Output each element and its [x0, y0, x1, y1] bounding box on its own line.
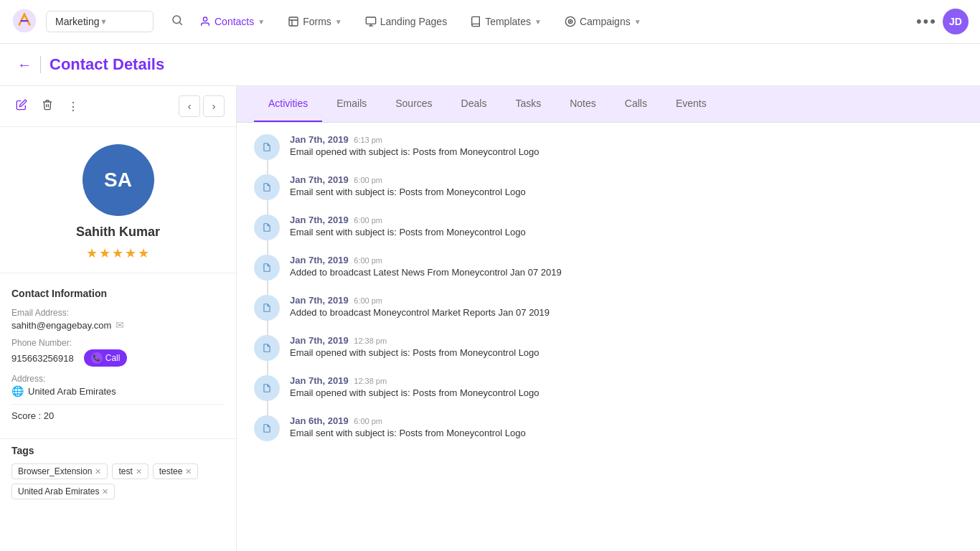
tag-label: test: [118, 466, 132, 476]
tab-emails[interactable]: Emails: [322, 86, 381, 122]
nav-forms[interactable]: Forms ▼: [278, 10, 352, 33]
activity-content: Jan 7th, 2019 6:00 pm Added to broadcast…: [290, 295, 963, 318]
tag-item: test✕: [112, 463, 148, 479]
activity-time: 6:00 pm: [354, 216, 382, 225]
activity-time: 12:38 pm: [354, 336, 387, 345]
delete-button[interactable]: [37, 95, 57, 118]
tab-activities[interactable]: Activities: [254, 86, 322, 122]
tag-item: testee✕: [153, 463, 199, 479]
app-selector-chevron: ▼: [100, 17, 144, 26]
tab-notes[interactable]: Notes: [555, 86, 611, 122]
phone-row: Phone Number: 915663256918 📞 Call: [11, 338, 225, 367]
tag-label: testee: [159, 466, 183, 476]
activities-panel: Jan 7th, 2019 6:13 pm Email opened with …: [237, 123, 980, 551]
more-options-button[interactable]: ⋮: [63, 95, 84, 118]
timeline-item: Jan 7th, 2019 6:00 pm Added to broadcast…: [254, 295, 963, 321]
activity-text: Added to broadcast Moneycontrol Market R…: [290, 307, 963, 318]
activity-text: Email sent with subject is: Posts from M…: [290, 428, 963, 438]
tags-section: Tags Browser_Extension✕test✕testee✕Unite…: [0, 438, 236, 511]
tab-events[interactable]: Events: [661, 86, 721, 122]
activity-text: Added to broadcast Latest News From Mone…: [290, 267, 963, 278]
tag-item: Browser_Extension✕: [11, 463, 108, 479]
activity-time: 6:13 pm: [354, 136, 382, 144]
activity-text: Email opened with subject is: Posts from…: [290, 387, 963, 398]
activity-icon: [254, 255, 280, 281]
tab-sources[interactable]: Sources: [381, 86, 446, 122]
right-panel: ActivitiesEmailsSourcesDealsTasksNotesCa…: [237, 86, 980, 551]
tag-label: United Arab Emirates: [18, 486, 99, 496]
activity-content: Jan 7th, 2019 12:38 pm Email opened with…: [290, 375, 963, 398]
phone-value: 915663256918 📞 Call: [11, 349, 225, 367]
svg-point-2: [203, 17, 207, 21]
info-section-title: Contact Information: [11, 288, 225, 299]
activity-date: Jan 7th, 2019 6:00 pm: [290, 174, 963, 185]
search-button[interactable]: [165, 8, 189, 36]
header-divider: [40, 56, 41, 73]
phone-icon: 📞: [91, 352, 103, 364]
tab-calls[interactable]: Calls: [611, 86, 661, 122]
next-contact-button[interactable]: ›: [203, 95, 225, 117]
nav-campaigns-label: Campaigns: [580, 16, 631, 27]
activity-time: 12:38 pm: [354, 377, 387, 385]
logo: [11, 8, 46, 36]
edit-button[interactable]: [11, 95, 32, 118]
nav-contacts[interactable]: Contacts ▼: [189, 10, 275, 33]
nav-templates-label: Templates: [485, 16, 531, 27]
activity-time: 6:00 pm: [354, 176, 382, 184]
score-row: Score : 20: [11, 404, 225, 427]
nav-campaigns[interactable]: Campaigns ▼: [555, 10, 651, 33]
activity-icon: [254, 295, 280, 321]
tags-list: Browser_Extension✕test✕testee✕United Ara…: [11, 463, 225, 499]
top-navigation: Marketing ▼ Contacts ▼ Forms ▼ Landing P…: [0, 0, 980, 44]
user-avatar[interactable]: JD: [943, 9, 969, 34]
country-text: United Arab Emirates: [28, 386, 116, 397]
globe-icon: 🌐: [11, 385, 24, 397]
address-row: Address: 🌐 United Arab Emirates: [11, 374, 225, 397]
contact-info: Contact Information Email Address: sahit…: [0, 273, 236, 438]
prev-contact-button[interactable]: ‹: [179, 95, 200, 117]
contact-avatar: SA: [83, 144, 154, 216]
tabs-bar: ActivitiesEmailsSourcesDealsTasksNotesCa…: [237, 86, 980, 123]
activity-text: Email sent with subject is: Posts from M…: [290, 227, 963, 237]
call-button[interactable]: 📞 Call: [84, 349, 128, 367]
email-icon: ✉: [116, 319, 124, 331]
activity-text: Email opened with subject is: Posts from…: [290, 347, 963, 358]
app-selector[interactable]: Marketing ▼: [46, 11, 154, 32]
nav-templates[interactable]: Templates ▼: [460, 10, 552, 33]
activity-time: 6:00 pm: [354, 256, 382, 265]
activity-text: Email sent with subject is: Posts from M…: [290, 187, 963, 197]
timeline: Jan 7th, 2019 6:13 pm Email opened with …: [254, 134, 963, 441]
tag-remove-button[interactable]: ✕: [136, 467, 142, 476]
nav-forms-label: Forms: [303, 16, 331, 27]
activity-date: Jan 7th, 2019 12:38 pm: [290, 375, 963, 386]
nav-templates-chevron: ▼: [534, 18, 542, 26]
nav-landing-pages[interactable]: Landing Pages: [355, 10, 457, 33]
call-label: Call: [105, 353, 121, 363]
activity-text: Email opened with subject is: Posts from…: [290, 146, 963, 157]
tag-label: Browser_Extension: [18, 466, 92, 476]
contact-stars: ★★★★★: [86, 245, 151, 261]
nav-campaigns-chevron: ▼: [634, 18, 641, 26]
email-value: sahith@engagebay.com ✉: [11, 319, 225, 331]
tag-remove-button[interactable]: ✕: [102, 487, 108, 496]
svg-rect-4: [366, 17, 375, 24]
main-content: ⋮ ‹ › SA Sahith Kumar ★★★★★ Contact Info…: [0, 86, 980, 551]
activity-date: Jan 7th, 2019 6:00 pm: [290, 215, 963, 225]
tag-remove-button[interactable]: ✕: [185, 467, 192, 476]
contact-name: Sahith Kumar: [76, 225, 160, 240]
activity-icon: [254, 215, 280, 240]
nav-more-button[interactable]: •••: [910, 6, 943, 37]
timeline-item: Jan 6th, 2019 6:00 pm Email sent with su…: [254, 415, 963, 441]
tag-remove-button[interactable]: ✕: [95, 467, 101, 476]
back-button[interactable]: ←: [17, 57, 32, 73]
phone-label: Phone Number:: [11, 338, 225, 348]
tag-item: United Arab Emirates✕: [11, 484, 115, 499]
timeline-item: Jan 7th, 2019 6:00 pm Email sent with su…: [254, 174, 963, 200]
activity-content: Jan 7th, 2019 6:00 pm Added to broadcast…: [290, 255, 963, 278]
tab-tasks[interactable]: Tasks: [501, 86, 555, 122]
page-header: ← Contact Details: [0, 44, 980, 86]
tab-deals[interactable]: Deals: [447, 86, 501, 122]
address-value: 🌐 United Arab Emirates: [11, 385, 225, 397]
activity-date: Jan 7th, 2019 6:00 pm: [290, 295, 963, 306]
sidebar-toolbar: ⋮ ‹ ›: [0, 86, 236, 127]
